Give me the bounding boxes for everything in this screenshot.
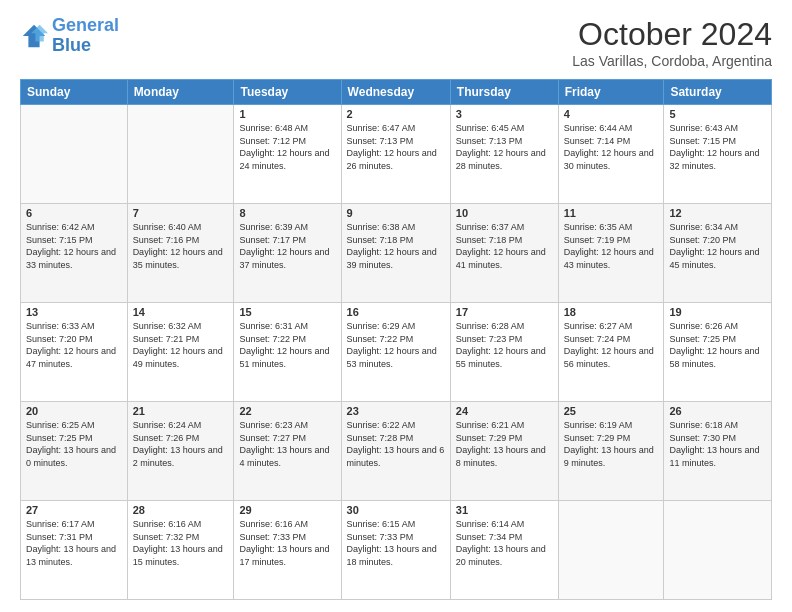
calendar-cell: 10Sunrise: 6:37 AM Sunset: 7:18 PM Dayli… xyxy=(450,204,558,303)
logo-icon xyxy=(20,22,48,50)
day-number: 9 xyxy=(347,207,445,219)
calendar-cell: 5Sunrise: 6:43 AM Sunset: 7:15 PM Daylig… xyxy=(664,105,772,204)
calendar-cell: 27Sunrise: 6:17 AM Sunset: 7:31 PM Dayli… xyxy=(21,501,128,600)
day-number: 16 xyxy=(347,306,445,318)
day-info: Sunrise: 6:16 AM Sunset: 7:32 PM Dayligh… xyxy=(133,518,229,568)
calendar-cell: 19Sunrise: 6:26 AM Sunset: 7:25 PM Dayli… xyxy=(664,303,772,402)
day-info: Sunrise: 6:48 AM Sunset: 7:12 PM Dayligh… xyxy=(239,122,335,172)
day-info: Sunrise: 6:26 AM Sunset: 7:25 PM Dayligh… xyxy=(669,320,766,370)
day-number: 2 xyxy=(347,108,445,120)
calendar-cell: 11Sunrise: 6:35 AM Sunset: 7:19 PM Dayli… xyxy=(558,204,664,303)
calendar-cell: 21Sunrise: 6:24 AM Sunset: 7:26 PM Dayli… xyxy=(127,402,234,501)
day-info: Sunrise: 6:16 AM Sunset: 7:33 PM Dayligh… xyxy=(239,518,335,568)
day-info: Sunrise: 6:18 AM Sunset: 7:30 PM Dayligh… xyxy=(669,419,766,469)
day-number: 28 xyxy=(133,504,229,516)
day-number: 13 xyxy=(26,306,122,318)
calendar-cell: 16Sunrise: 6:29 AM Sunset: 7:22 PM Dayli… xyxy=(341,303,450,402)
calendar-header-row: SundayMondayTuesdayWednesdayThursdayFrid… xyxy=(21,80,772,105)
day-info: Sunrise: 6:42 AM Sunset: 7:15 PM Dayligh… xyxy=(26,221,122,271)
day-number: 19 xyxy=(669,306,766,318)
calendar-week-1: 1Sunrise: 6:48 AM Sunset: 7:12 PM Daylig… xyxy=(21,105,772,204)
day-number: 21 xyxy=(133,405,229,417)
day-info: Sunrise: 6:24 AM Sunset: 7:26 PM Dayligh… xyxy=(133,419,229,469)
calendar: SundayMondayTuesdayWednesdayThursdayFrid… xyxy=(20,79,772,600)
calendar-cell: 4Sunrise: 6:44 AM Sunset: 7:14 PM Daylig… xyxy=(558,105,664,204)
day-number: 20 xyxy=(26,405,122,417)
calendar-cell: 6Sunrise: 6:42 AM Sunset: 7:15 PM Daylig… xyxy=(21,204,128,303)
col-header-friday: Friday xyxy=(558,80,664,105)
day-number: 31 xyxy=(456,504,553,516)
calendar-cell: 3Sunrise: 6:45 AM Sunset: 7:13 PM Daylig… xyxy=(450,105,558,204)
day-number: 8 xyxy=(239,207,335,219)
day-info: Sunrise: 6:38 AM Sunset: 7:18 PM Dayligh… xyxy=(347,221,445,271)
day-info: Sunrise: 6:15 AM Sunset: 7:33 PM Dayligh… xyxy=(347,518,445,568)
day-info: Sunrise: 6:43 AM Sunset: 7:15 PM Dayligh… xyxy=(669,122,766,172)
day-number: 22 xyxy=(239,405,335,417)
location: Las Varillas, Cordoba, Argentina xyxy=(572,53,772,69)
header: General Blue October 2024 Las Varillas, … xyxy=(20,16,772,69)
day-info: Sunrise: 6:33 AM Sunset: 7:20 PM Dayligh… xyxy=(26,320,122,370)
day-number: 30 xyxy=(347,504,445,516)
calendar-week-2: 6Sunrise: 6:42 AM Sunset: 7:15 PM Daylig… xyxy=(21,204,772,303)
calendar-cell: 7Sunrise: 6:40 AM Sunset: 7:16 PM Daylig… xyxy=(127,204,234,303)
day-info: Sunrise: 6:21 AM Sunset: 7:29 PM Dayligh… xyxy=(456,419,553,469)
day-info: Sunrise: 6:25 AM Sunset: 7:25 PM Dayligh… xyxy=(26,419,122,469)
day-info: Sunrise: 6:35 AM Sunset: 7:19 PM Dayligh… xyxy=(564,221,659,271)
day-info: Sunrise: 6:23 AM Sunset: 7:27 PM Dayligh… xyxy=(239,419,335,469)
calendar-cell: 22Sunrise: 6:23 AM Sunset: 7:27 PM Dayli… xyxy=(234,402,341,501)
logo-text: General Blue xyxy=(52,16,119,56)
day-info: Sunrise: 6:29 AM Sunset: 7:22 PM Dayligh… xyxy=(347,320,445,370)
day-number: 25 xyxy=(564,405,659,417)
day-number: 11 xyxy=(564,207,659,219)
day-info: Sunrise: 6:40 AM Sunset: 7:16 PM Dayligh… xyxy=(133,221,229,271)
calendar-week-4: 20Sunrise: 6:25 AM Sunset: 7:25 PM Dayli… xyxy=(21,402,772,501)
month-title: October 2024 xyxy=(572,16,772,53)
calendar-cell: 24Sunrise: 6:21 AM Sunset: 7:29 PM Dayli… xyxy=(450,402,558,501)
calendar-cell xyxy=(558,501,664,600)
calendar-cell xyxy=(664,501,772,600)
day-number: 14 xyxy=(133,306,229,318)
day-number: 12 xyxy=(669,207,766,219)
day-number: 26 xyxy=(669,405,766,417)
day-info: Sunrise: 6:44 AM Sunset: 7:14 PM Dayligh… xyxy=(564,122,659,172)
day-number: 29 xyxy=(239,504,335,516)
calendar-cell: 28Sunrise: 6:16 AM Sunset: 7:32 PM Dayli… xyxy=(127,501,234,600)
day-number: 3 xyxy=(456,108,553,120)
calendar-cell: 25Sunrise: 6:19 AM Sunset: 7:29 PM Dayli… xyxy=(558,402,664,501)
day-number: 6 xyxy=(26,207,122,219)
day-info: Sunrise: 6:28 AM Sunset: 7:23 PM Dayligh… xyxy=(456,320,553,370)
calendar-cell: 30Sunrise: 6:15 AM Sunset: 7:33 PM Dayli… xyxy=(341,501,450,600)
calendar-cell: 14Sunrise: 6:32 AM Sunset: 7:21 PM Dayli… xyxy=(127,303,234,402)
day-number: 4 xyxy=(564,108,659,120)
day-info: Sunrise: 6:47 AM Sunset: 7:13 PM Dayligh… xyxy=(347,122,445,172)
calendar-cell: 15Sunrise: 6:31 AM Sunset: 7:22 PM Dayli… xyxy=(234,303,341,402)
day-info: Sunrise: 6:22 AM Sunset: 7:28 PM Dayligh… xyxy=(347,419,445,469)
col-header-monday: Monday xyxy=(127,80,234,105)
day-info: Sunrise: 6:19 AM Sunset: 7:29 PM Dayligh… xyxy=(564,419,659,469)
day-info: Sunrise: 6:37 AM Sunset: 7:18 PM Dayligh… xyxy=(456,221,553,271)
calendar-cell: 31Sunrise: 6:14 AM Sunset: 7:34 PM Dayli… xyxy=(450,501,558,600)
title-block: October 2024 Las Varillas, Cordoba, Arge… xyxy=(572,16,772,69)
calendar-cell: 13Sunrise: 6:33 AM Sunset: 7:20 PM Dayli… xyxy=(21,303,128,402)
day-info: Sunrise: 6:34 AM Sunset: 7:20 PM Dayligh… xyxy=(669,221,766,271)
calendar-cell: 2Sunrise: 6:47 AM Sunset: 7:13 PM Daylig… xyxy=(341,105,450,204)
col-header-wednesday: Wednesday xyxy=(341,80,450,105)
col-header-thursday: Thursday xyxy=(450,80,558,105)
calendar-cell: 12Sunrise: 6:34 AM Sunset: 7:20 PM Dayli… xyxy=(664,204,772,303)
day-number: 17 xyxy=(456,306,553,318)
calendar-cell: 26Sunrise: 6:18 AM Sunset: 7:30 PM Dayli… xyxy=(664,402,772,501)
calendar-cell: 1Sunrise: 6:48 AM Sunset: 7:12 PM Daylig… xyxy=(234,105,341,204)
calendar-week-3: 13Sunrise: 6:33 AM Sunset: 7:20 PM Dayli… xyxy=(21,303,772,402)
calendar-cell xyxy=(21,105,128,204)
calendar-cell: 18Sunrise: 6:27 AM Sunset: 7:24 PM Dayli… xyxy=(558,303,664,402)
calendar-cell: 29Sunrise: 6:16 AM Sunset: 7:33 PM Dayli… xyxy=(234,501,341,600)
day-number: 10 xyxy=(456,207,553,219)
calendar-cell: 17Sunrise: 6:28 AM Sunset: 7:23 PM Dayli… xyxy=(450,303,558,402)
day-info: Sunrise: 6:17 AM Sunset: 7:31 PM Dayligh… xyxy=(26,518,122,568)
day-number: 5 xyxy=(669,108,766,120)
calendar-cell: 8Sunrise: 6:39 AM Sunset: 7:17 PM Daylig… xyxy=(234,204,341,303)
day-number: 23 xyxy=(347,405,445,417)
calendar-cell: 20Sunrise: 6:25 AM Sunset: 7:25 PM Dayli… xyxy=(21,402,128,501)
day-number: 24 xyxy=(456,405,553,417)
day-number: 27 xyxy=(26,504,122,516)
